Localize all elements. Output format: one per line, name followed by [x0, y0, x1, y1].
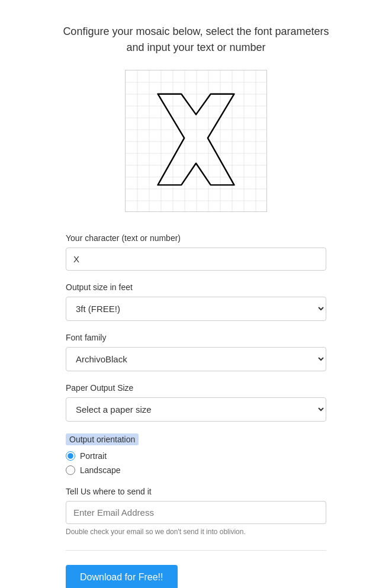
orientation-section: Output orientation Portrait Landscape: [66, 433, 326, 475]
output-size-select[interactable]: 3ft (FREE!) 4ft 5ft 6ft: [66, 297, 326, 321]
portrait-radio[interactable]: [66, 451, 75, 461]
radio-group: Portrait Landscape: [66, 451, 326, 475]
orientation-label: Output orientation: [66, 433, 139, 445]
email-label: Tell Us where to send it: [66, 487, 326, 496]
email-section: Tell Us where to send it Double check yo…: [66, 487, 326, 536]
download-button[interactable]: Download for Free!!: [66, 565, 178, 588]
landscape-radio[interactable]: [66, 465, 75, 475]
portrait-label: Portrait: [80, 451, 107, 461]
output-size-group: Output size in feet 3ft (FREE!) 4ft 5ft …: [66, 282, 326, 321]
divider: [66, 550, 326, 551]
character-label: Your character (text or number): [66, 233, 326, 243]
landscape-label: Landscape: [80, 465, 121, 475]
character-group: Your character (text or number): [66, 233, 326, 271]
output-size-label: Output size in feet: [66, 282, 326, 292]
paper-size-label: Paper Output Size: [66, 383, 326, 393]
email-hint: Double check your email so we don't send…: [66, 528, 326, 536]
font-family-select[interactable]: ArchivoBlack Arial Times New Roman Helve…: [66, 347, 326, 371]
mosaic-preview: [125, 70, 267, 212]
portrait-option[interactable]: Portrait: [66, 451, 326, 461]
email-input[interactable]: [66, 501, 326, 524]
landscape-option[interactable]: Landscape: [66, 465, 326, 475]
paper-size-select[interactable]: Select a paper size Letter A4 Legal Tabl…: [66, 397, 326, 422]
letter-svg: [126, 70, 266, 211]
font-family-group: Font family ArchivoBlack Arial Times New…: [66, 333, 326, 371]
form-section: Your character (text or number) Output s…: [66, 233, 326, 588]
page-container: Configure your mosaic below, select the …: [24, 24, 368, 588]
header-text: Configure your mosaic below, select the …: [63, 24, 329, 56]
paper-size-group: Paper Output Size Select a paper size Le…: [66, 383, 326, 422]
character-input[interactable]: [66, 248, 326, 271]
font-family-label: Font family: [66, 333, 326, 342]
